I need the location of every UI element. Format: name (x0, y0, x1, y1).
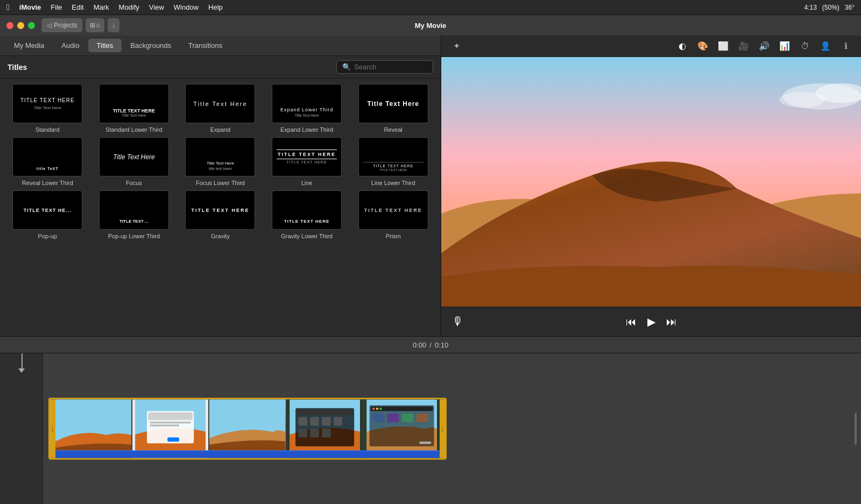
tab-audio[interactable]: Audio (53, 39, 88, 52)
menu-file[interactable]: File (51, 3, 62, 11)
svg-rect-26 (419, 442, 431, 444)
list-item[interactable]: Title Text Here Focus (93, 137, 175, 186)
list-item[interactable]: TITLE TEXT HERE Prism (352, 190, 434, 239)
title-thumb-expand-lower[interactable]: Expand Lower Third Title Text Here (272, 84, 342, 123)
magic-wand-icon[interactable]: ✦ (449, 39, 464, 54)
left-panel: My Media Audio Titles Backgrounds Transi… (0, 36, 441, 336)
clip-handle-left[interactable]: ⋮ (50, 400, 55, 458)
timeline-scrollbar[interactable] (855, 413, 857, 445)
skip-back-button[interactable]: ⏮ (626, 316, 637, 328)
tab-transitions[interactable]: Transitions (180, 39, 231, 52)
list-item[interactable]: TITLE TEXT HERE TITLE TEXT HERE Line (266, 137, 348, 186)
info-icon[interactable]: ℹ (838, 39, 853, 54)
menu-mark[interactable]: Mark (94, 3, 109, 11)
svg-point-3 (779, 92, 825, 108)
right-panel: ✦ ◐ 🎨 ⬜ 🎥 🔊 📊 ⏱ 👤 ℹ (441, 36, 861, 336)
title-thumb-prism[interactable]: TITLE TEXT HERE (358, 190, 428, 230)
title-thumb-standard-lower[interactable]: TITLE TEXT HERE Title Text Here (99, 84, 169, 123)
title-thumb-popup-lower[interactable]: TITLE TEXT ... (99, 190, 169, 230)
svg-rect-19 (334, 417, 342, 425)
apple-menu[interactable]:  (6, 3, 10, 12)
title-thumb-line[interactable]: TITLE TEXT HERE TITLE TEXT HERE (272, 137, 342, 176)
svg-rect-24 (369, 405, 434, 446)
storyboard-button[interactable]: ⊞♫ (86, 18, 104, 32)
title-name-popup: Pop-up (38, 233, 57, 239)
menu-window[interactable]: Window (174, 3, 199, 11)
title-thumb-expand[interactable]: Title Text Here (185, 84, 255, 123)
search-icon: 🔍 (342, 63, 351, 71)
video-clip[interactable]: ⋮ (48, 398, 447, 460)
drag-handle-icon: ⋮ (50, 426, 55, 432)
list-item[interactable]: TITLE TEXT HERE Gravity Lower Third (266, 190, 348, 239)
stabilization-icon[interactable]: 🎥 (736, 39, 751, 54)
menu-edit[interactable]: Edit (72, 3, 83, 11)
title-thumb-reveal-lower[interactable]: title TeXT (12, 137, 82, 176)
title-thumb-standard[interactable]: TITLE TEXT HERE Title Text Here (12, 84, 82, 123)
svg-rect-18 (322, 417, 330, 425)
title-thumb-gravity[interactable]: TITLE TEXT HERE (185, 190, 255, 230)
speed-icon[interactable]: ⏱ (798, 39, 813, 54)
titlebar: ◁ Projects ⊞♫ ↓ My Movie (0, 15, 861, 36)
tab-my-media[interactable]: My Media (5, 39, 53, 52)
titles-header: Titles 🔍 (0, 56, 441, 79)
people-icon[interactable]: 👤 (818, 39, 833, 54)
menubar:  iMovie File Edit Mark Modify View Wind… (0, 0, 861, 15)
title-name-focus: Focus (126, 180, 142, 186)
list-item[interactable]: Title Text Here Reveal (352, 84, 434, 133)
list-item[interactable]: TITLE TEXT He... Pop-up (6, 190, 89, 239)
color-correction-icon[interactable]: ◐ (675, 39, 690, 54)
svg-rect-31 (387, 414, 399, 422)
clip-handle-right[interactable]: ⋮ (440, 400, 445, 458)
title-thumb-focus-lower[interactable]: Title Text Here title text lower (185, 137, 255, 176)
menubar-time: 4:13 (804, 4, 816, 11)
skip-forward-button[interactable]: ⏭ (666, 316, 677, 328)
menu-view[interactable]: View (149, 3, 164, 11)
clip-frame-3 (209, 400, 285, 458)
svg-point-28 (376, 408, 378, 410)
list-item[interactable]: TITLE TEXT HERE Gravity (179, 190, 262, 239)
minimize-button[interactable] (17, 22, 24, 29)
menu-help[interactable]: Help (208, 3, 223, 11)
title-thumb-popup[interactable]: TITLE TEXT He... (12, 190, 82, 230)
list-item[interactable]: title TeXT Reveal Lower Third (6, 137, 89, 186)
clip-frame-1 (55, 400, 131, 458)
search-box[interactable]: 🔍 (336, 60, 433, 74)
download-button[interactable]: ↓ (108, 18, 119, 32)
microphone-button[interactable]: 🎙 (452, 315, 464, 329)
list-item[interactable]: TITLE TEXT HERE TITLE TEXT HERE Line Low… (352, 137, 434, 186)
menu-modify[interactable]: Modify (119, 3, 139, 11)
inspector-toolbar-left: ✦ (449, 39, 464, 54)
list-item[interactable]: TITLE TEXT HERE Title Text Here Standard (6, 84, 89, 133)
svg-rect-15 (297, 409, 353, 415)
list-item[interactable]: Title Text Here title text lower Focus L… (179, 137, 262, 186)
volume-icon[interactable]: 🔊 (757, 39, 772, 54)
inspector-toolbar-right: ◐ 🎨 ⬜ 🎥 🔊 📊 ⏱ 👤 ℹ (675, 39, 853, 54)
title-thumb-focus[interactable]: Title Text Here (99, 137, 169, 176)
equalizer-icon[interactable]: 📊 (777, 39, 792, 54)
fullscreen-button[interactable] (28, 22, 35, 29)
play-button[interactable]: ▶ (647, 315, 655, 328)
time-display: 0:00 / 0:10 (0, 336, 861, 353)
tab-backgrounds[interactable]: Backgrounds (122, 39, 180, 52)
projects-button[interactable]: ◁ Projects (41, 18, 82, 32)
title-name-gravity: Gravity (211, 233, 230, 239)
list-item[interactable]: TITLE TEXT HERE Title Text Here Standard… (93, 84, 175, 133)
svg-point-27 (372, 408, 375, 410)
svg-rect-10 (150, 424, 180, 426)
color-wheel-icon[interactable]: 🎨 (695, 39, 710, 54)
close-button[interactable] (6, 22, 13, 29)
list-item[interactable]: Title Text Here Expand (179, 84, 262, 133)
crop-icon[interactable]: ⬜ (716, 39, 731, 54)
title-thumb-gravity-lower[interactable]: TITLE TEXT HERE (272, 190, 342, 230)
title-thumb-reveal[interactable]: Title Text Here (358, 84, 428, 123)
title-name-standard-lower: Standard Lower Third (105, 126, 163, 133)
timeline-content: ⋮ (0, 353, 861, 504)
title-thumb-line-lower[interactable]: TITLE TEXT HERE TITLE TEXT HERE (358, 137, 428, 176)
list-item[interactable]: TITLE TEXT ... Pop-up Lower Third (93, 190, 175, 239)
list-item[interactable]: Expand Lower Third Title Text Here Expan… (266, 84, 348, 133)
menu-imovie[interactable]: iMovie (19, 3, 41, 11)
tab-titles[interactable]: Titles (88, 39, 122, 52)
timeline-gutter (0, 353, 43, 504)
timeline-area: ⋮ (0, 353, 861, 504)
search-input[interactable] (354, 63, 427, 71)
